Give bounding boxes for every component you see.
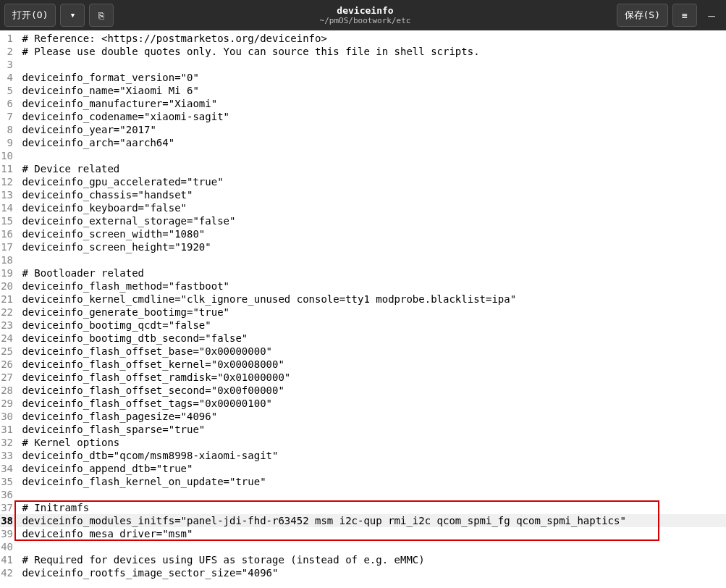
- line-number: 10: [0, 149, 16, 162]
- code-line[interactable]: 41 # Required for devices using UFS as s…: [0, 553, 726, 566]
- code-line[interactable]: 18: [0, 253, 726, 266]
- hamburger-icon: ≡: [682, 10, 688, 21]
- line-number: 3: [0, 58, 16, 71]
- line-number: 24: [0, 332, 16, 345]
- line-content: deviceinfo_modules_initfs="panel-jdi-fhd…: [16, 514, 626, 527]
- new-tab-button[interactable]: ⎘: [89, 4, 114, 27]
- code-line[interactable]: 42 deviceinfo_rootfs_image_sector_size="…: [0, 566, 726, 579]
- code-line[interactable]: 28 deviceinfo_flash_offset_second="0x00f…: [0, 384, 726, 397]
- code-line[interactable]: 24 deviceinfo_bootimg_dtb_second="false": [0, 332, 726, 345]
- line-content: deviceinfo_flash_kernel_on_update="true": [16, 475, 266, 488]
- code-line[interactable]: 30 deviceinfo_flash_pagesize="4096": [0, 410, 726, 423]
- code-line[interactable]: 1 # Reference: <https://postmarketos.org…: [0, 32, 726, 45]
- save-label: 保存(S): [625, 9, 660, 22]
- line-content: # Kernel options: [16, 436, 119, 449]
- line-content: deviceinfo_screen_width="1080": [16, 227, 205, 240]
- code-line[interactable]: 38 deviceinfo_modules_initfs="panel-jdi-…: [0, 514, 726, 527]
- code-line[interactable]: 20 deviceinfo_flash_method="fastboot": [0, 280, 726, 293]
- code-line[interactable]: 14 deviceinfo_keyboard="false": [0, 201, 726, 214]
- line-content: deviceinfo_bootimg_qcdt="false": [16, 319, 211, 332]
- code-line[interactable]: 31 deviceinfo_flash_sparse="true": [0, 423, 726, 436]
- code-line[interactable]: 36: [0, 488, 726, 501]
- line-content: deviceinfo_dtb="qcom/msm8998-xiaomi-sagi…: [16, 449, 278, 462]
- line-number: 15: [0, 214, 16, 227]
- code-line[interactable]: 29 deviceinfo_flash_offset_tags="0x00000…: [0, 397, 726, 410]
- line-content: deviceinfo_flash_offset_ramdisk="0x01000…: [16, 371, 290, 384]
- code-line[interactable]: 13 deviceinfo_chassis="handset": [0, 188, 726, 201]
- code-line[interactable]: 7 deviceinfo_codename="xiaomi-sagit": [0, 110, 726, 123]
- code-line[interactable]: 8 deviceinfo_year="2017": [0, 123, 726, 136]
- line-number: 1: [0, 32, 16, 45]
- titlebar: 打开(O) ▼ ⎘ deviceinfo ~/pmOS/bootwork/etc…: [0, 0, 726, 30]
- line-number: 25: [0, 345, 16, 358]
- code-line[interactable]: 32 # Kernel options: [0, 436, 726, 449]
- line-number: 42: [0, 566, 16, 579]
- code-line[interactable]: 25 deviceinfo_flash_offset_base="0x00000…: [0, 345, 726, 358]
- line-content: deviceinfo_bootimg_dtb_second="false": [16, 332, 248, 345]
- line-number: 28: [0, 384, 16, 397]
- line-content: deviceinfo_screen_height="1920": [16, 240, 211, 253]
- code-line[interactable]: 15 deviceinfo_external_storage="false": [0, 214, 726, 227]
- code-line[interactable]: 4 deviceinfo_format_version="0": [0, 71, 726, 84]
- line-content: # Reference: <https://postmarketos.org/d…: [16, 32, 327, 45]
- line-number: 4: [0, 71, 16, 84]
- line-content: deviceinfo_flash_offset_second="0x00f000…: [16, 384, 284, 397]
- code-line[interactable]: 17 deviceinfo_screen_height="1920": [0, 240, 726, 253]
- editor-area[interactable]: 1 # Reference: <https://postmarketos.org…: [0, 30, 726, 579]
- chevron-down-icon: ▼: [71, 12, 75, 19]
- line-content: # Device related: [16, 162, 119, 175]
- line-content: [16, 58, 22, 71]
- code-line[interactable]: 9 deviceinfo_arch="aarch64": [0, 136, 726, 149]
- code-line[interactable]: 27 deviceinfo_flash_offset_ramdisk="0x01…: [0, 371, 726, 384]
- code-line[interactable]: 34 deviceinfo_append_dtb="true": [0, 462, 726, 475]
- line-content: deviceinfo_name="Xiaomi Mi 6": [16, 84, 199, 97]
- code-line[interactable]: 3: [0, 58, 726, 71]
- line-content: deviceinfo_year="2017": [16, 123, 156, 136]
- code-line[interactable]: 23 deviceinfo_bootimg_qcdt="false": [0, 319, 726, 332]
- line-content: # Please use double quotes only. You can…: [16, 45, 480, 58]
- line-number: 18: [0, 253, 16, 266]
- code-line[interactable]: 39 deviceinfo_mesa_driver="msm": [0, 527, 726, 540]
- code-line[interactable]: 21 deviceinfo_kernel_cmdline="clk_ignore…: [0, 293, 726, 306]
- line-number: 14: [0, 201, 16, 214]
- code-line[interactable]: 10: [0, 149, 726, 162]
- save-button[interactable]: 保存(S): [617, 4, 668, 27]
- code-line[interactable]: 2 # Please use double quotes only. You c…: [0, 45, 726, 58]
- line-number: 12: [0, 175, 16, 188]
- code-line[interactable]: 19 # Bootloader related: [0, 266, 726, 280]
- open-label: 打开(O): [12, 9, 48, 22]
- code-line[interactable]: 16 deviceinfo_screen_width="1080": [0, 227, 726, 240]
- open-recent-dropdown[interactable]: ▼: [60, 4, 85, 27]
- code-line[interactable]: 33 deviceinfo_dtb="qcom/msm8998-xiaomi-s…: [0, 449, 726, 462]
- line-number: 16: [0, 227, 16, 240]
- code-line[interactable]: 40: [0, 540, 726, 553]
- line-content: deviceinfo_mesa_driver="msm": [16, 527, 193, 540]
- line-content: [16, 488, 22, 501]
- minimize-button[interactable]: —: [701, 9, 722, 22]
- line-content: deviceinfo_manufacturer="Xiaomi": [16, 97, 217, 110]
- line-number: 13: [0, 188, 16, 201]
- line-content: deviceinfo_generate_bootimg="true": [16, 306, 229, 319]
- line-content: deviceinfo_rootfs_image_sector_size="409…: [16, 566, 278, 579]
- line-number: 21: [0, 293, 16, 306]
- line-number: 17: [0, 240, 16, 253]
- line-number: 35: [0, 475, 16, 488]
- line-number: 9: [0, 136, 16, 149]
- line-number: 37: [0, 501, 16, 514]
- document-path: ~/pmOS/bootwork/etc: [118, 16, 612, 25]
- line-content: deviceinfo_keyboard="false": [16, 201, 187, 214]
- open-button[interactable]: 打开(O): [4, 4, 56, 27]
- code-line[interactable]: 26 deviceinfo_flash_offset_kernel="0x000…: [0, 358, 726, 371]
- code-line[interactable]: 37 # Initramfs: [0, 501, 726, 514]
- line-number: 29: [0, 397, 16, 410]
- line-number: 31: [0, 423, 16, 436]
- code-line[interactable]: 22 deviceinfo_generate_bootimg="true": [0, 306, 726, 319]
- code-line[interactable]: 12 deviceinfo_gpu_accelerated="true": [0, 175, 726, 188]
- line-content: deviceinfo_flash_offset_base="0x00000000…: [16, 345, 272, 358]
- code-line[interactable]: 6 deviceinfo_manufacturer="Xiaomi": [0, 97, 726, 110]
- line-number: 7: [0, 110, 16, 123]
- code-line[interactable]: 5 deviceinfo_name="Xiaomi Mi 6": [0, 84, 726, 97]
- code-line[interactable]: 35 deviceinfo_flash_kernel_on_update="tr…: [0, 475, 726, 488]
- menu-button[interactable]: ≡: [672, 4, 697, 27]
- code-line[interactable]: 11 # Device related: [0, 162, 726, 175]
